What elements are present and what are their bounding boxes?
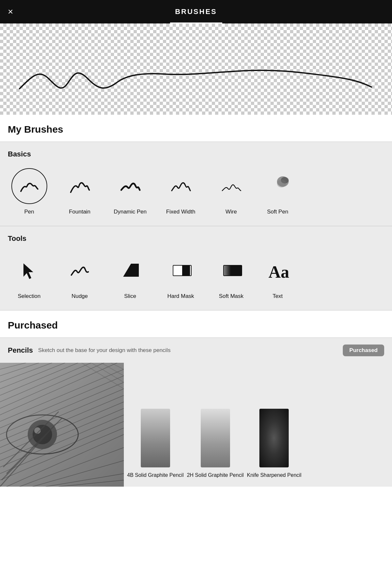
fixed-width-label: Fixed Width <box>166 209 196 215</box>
soft-pen-label: Soft Pen <box>267 209 288 215</box>
my-brushes-heading: My Brushes <box>0 115 392 141</box>
pencils-title: Pencils <box>8 346 33 355</box>
soft-pen-icon <box>266 174 289 198</box>
svg-rect-11 <box>173 265 182 276</box>
tool-item-soft-mask[interactable]: Soft Mask <box>206 249 256 303</box>
fountain-icon-wrap <box>62 168 98 204</box>
pencil-item-knife[interactable]: Knife Sharpened Pencil <box>247 409 301 479</box>
basics-grid: Pen Fountain Dynamic Pen <box>0 165 392 219</box>
dynamic-pen-icon-wrap <box>112 168 148 204</box>
soft-mask-icon <box>220 259 243 282</box>
purchased-badge[interactable]: Purchased <box>343 345 384 356</box>
fixed-width-icon-wrap <box>163 168 199 204</box>
pen-icon-wrap <box>11 168 47 204</box>
pencil-thumb-2h <box>201 409 230 467</box>
tool-item-nudge[interactable]: Nudge <box>54 249 105 303</box>
pencils-header: Pencils Sketch out the base for your des… <box>0 338 392 363</box>
tool-item-selection[interactable]: Selection <box>4 249 54 303</box>
selection-icon-wrap <box>11 253 47 288</box>
selection-label: Selection <box>18 293 41 300</box>
pencils-artwork <box>0 363 124 487</box>
preview-stroke-svg <box>0 23 392 115</box>
fountain-icon <box>68 174 92 198</box>
tools-grid: Selection Nudge Slice <box>0 249 392 303</box>
slice-icon <box>119 259 142 282</box>
brush-item-dynamic-pen[interactable]: Dynamic Pen <box>105 165 155 219</box>
text-icon: Aa <box>266 259 289 282</box>
app-header: × BRUSHES <box>0 0 392 23</box>
brush-item-fixed-width[interactable]: Fixed Width <box>155 165 206 219</box>
pencils-description: Sketch out the base for your design with… <box>38 347 338 354</box>
slice-label: Slice <box>124 293 136 300</box>
soft-mask-icon-wrap <box>213 253 249 288</box>
fixed-width-icon <box>169 174 193 198</box>
tool-item-text[interactable]: Aa Text <box>256 249 299 303</box>
dynamic-pen-icon <box>119 174 142 198</box>
svg-text:Aa: Aa <box>269 263 289 281</box>
brush-item-wire[interactable]: Wire <box>206 165 256 219</box>
pencils-preview: 4B Solid Graphite Pencil 2H Solid Graphi… <box>0 363 392 487</box>
soft-mask-label: Soft Mask <box>219 293 244 300</box>
text-icon-wrap: Aa <box>260 253 296 288</box>
text-label: Text <box>272 293 283 300</box>
selection-icon <box>18 259 41 282</box>
page-title: BRUSHES <box>175 7 217 16</box>
wire-icon <box>220 174 243 198</box>
tool-item-slice[interactable]: Slice <box>105 249 155 303</box>
nudge-icon-wrap <box>62 253 98 288</box>
nudge-label: Nudge <box>71 293 88 300</box>
tool-item-hard-mask[interactable]: Hard Mask <box>155 249 206 303</box>
basics-label: Basics <box>0 150 392 165</box>
pencil-thumb-4b <box>141 409 170 467</box>
pencil-item-2h[interactable]: 2H Solid Graphite Pencil <box>187 409 243 479</box>
pen-label: Pen <box>24 209 34 215</box>
wire-label: Wire <box>225 209 237 215</box>
pen-icon <box>18 174 41 198</box>
tools-label: Tools <box>0 234 392 249</box>
hard-mask-icon-wrap <box>163 253 199 288</box>
pencils-items: 4B Solid Graphite Pencil 2H Solid Graphi… <box>124 363 392 487</box>
pencil-label-4b: 4B Solid Graphite Pencil <box>127 472 183 479</box>
tools-section: Tools Selection Nudge <box>0 226 392 310</box>
fountain-label: Fountain <box>69 209 90 215</box>
pencil-label-knife: Knife Sharpened Pencil <box>247 472 301 479</box>
svg-rect-13 <box>224 265 242 276</box>
basics-section: Basics Pen Fountain <box>0 142 392 226</box>
nudge-icon <box>68 259 92 282</box>
svg-marker-3 <box>23 263 33 279</box>
brush-item-pen[interactable]: Pen <box>4 165 54 219</box>
pencil-label-2h: 2H Solid Graphite Pencil <box>187 472 243 479</box>
brush-item-fountain[interactable]: Fountain <box>54 165 105 219</box>
purchased-heading: Purchased <box>0 311 392 337</box>
wire-icon-wrap <box>213 168 249 204</box>
brush-preview <box>0 23 392 115</box>
pencils-card: Pencils Sketch out the base for your des… <box>0 338 392 487</box>
dynamic-pen-label: Dynamic Pen <box>114 209 147 215</box>
pencil-thumb-knife <box>259 409 289 467</box>
hard-mask-label: Hard Mask <box>167 293 194 300</box>
brush-item-soft-pen[interactable]: Soft Pen <box>256 165 299 219</box>
svg-rect-5 <box>131 264 139 277</box>
close-button[interactable]: × <box>8 7 13 17</box>
slice-icon-wrap <box>112 253 148 288</box>
pencil-artwork-svg <box>0 363 124 487</box>
svg-rect-10 <box>181 265 190 276</box>
pencil-item-4b[interactable]: 4B Solid Graphite Pencil <box>127 409 183 479</box>
svg-marker-4 <box>123 264 131 277</box>
hard-mask-icon <box>169 259 193 282</box>
soft-pen-icon-wrap <box>260 168 296 204</box>
svg-point-2 <box>277 180 286 187</box>
